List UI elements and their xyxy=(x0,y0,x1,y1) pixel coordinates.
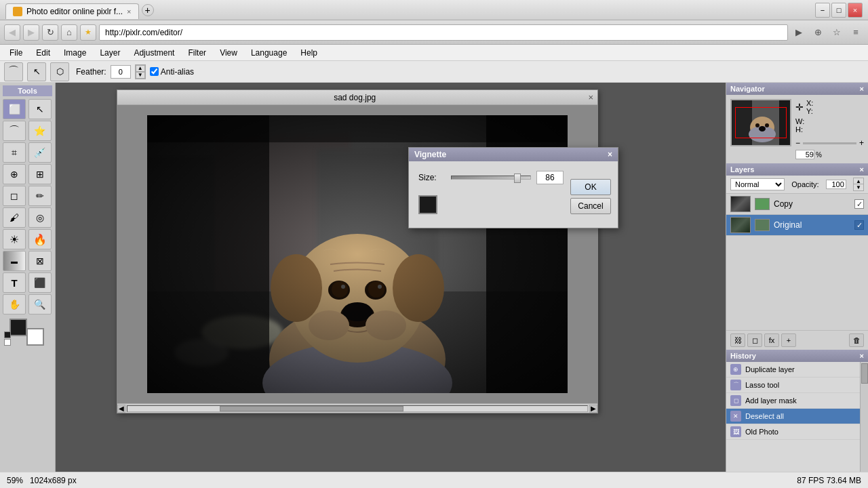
menu-help[interactable]: Help xyxy=(294,47,324,59)
nav-tools-btn[interactable]: ≡ xyxy=(848,24,864,41)
dialog-close-btn[interactable]: × xyxy=(608,150,612,159)
nav-extra-2[interactable]: ⊕ xyxy=(810,24,826,41)
crop-tool[interactable]: ⌗ xyxy=(3,142,26,163)
marquee-tool[interactable]: ⬜ xyxy=(3,99,26,119)
lasso-tool[interactable]: ⌒ xyxy=(3,121,26,141)
feather-spin-down[interactable]: ▼ xyxy=(136,72,145,79)
fill-tool[interactable]: ⊠ xyxy=(28,251,52,271)
history-item-0[interactable]: ⊕ Duplicate layer xyxy=(726,362,868,378)
layer-delete-btn[interactable]: 🗑 xyxy=(849,333,864,347)
browser-tab[interactable]: Photo editor online pixlr f... × xyxy=(5,3,139,19)
opacity-spin-down[interactable]: ▼ xyxy=(854,184,863,190)
history-item-2[interactable]: ◻ Add layer mask xyxy=(726,393,868,409)
blur-tool[interactable]: ◎ xyxy=(28,207,52,228)
bookmark-star[interactable]: ★ xyxy=(80,24,96,41)
antialias-check[interactable]: Anti-alias xyxy=(150,67,194,77)
nav-extra-3[interactable]: ☆ xyxy=(829,24,845,41)
menu-layer[interactable]: Layer xyxy=(93,47,127,59)
layer-mask-original xyxy=(755,219,770,231)
home-button[interactable]: ⌂ xyxy=(61,24,77,41)
address-bar[interactable] xyxy=(99,24,788,41)
pencil-tool[interactable]: ✏ xyxy=(28,186,52,206)
vignette-color-preview[interactable] xyxy=(418,195,437,214)
maximize-button[interactable]: □ xyxy=(831,3,846,18)
feather-input[interactable] xyxy=(111,65,131,79)
text-tool[interactable]: T xyxy=(3,272,26,293)
new-tab-button[interactable]: + xyxy=(142,4,154,16)
opacity-input[interactable] xyxy=(826,180,846,189)
dodge-tool[interactable]: ☀ xyxy=(3,229,26,249)
zoom-slider[interactable] xyxy=(803,142,856,144)
history-close-btn[interactable]: × xyxy=(860,352,864,360)
menu-view[interactable]: View xyxy=(213,47,244,59)
eyedropper-tool[interactable]: 💉 xyxy=(28,142,52,163)
feather-spin-up[interactable]: ▲ xyxy=(136,65,145,72)
layer-new-btn[interactable]: + xyxy=(781,333,796,347)
magic-wand-tool[interactable]: ⭐ xyxy=(28,121,52,141)
nav-extra-1[interactable]: ▶ xyxy=(791,24,807,41)
forward-button[interactable]: ▶ xyxy=(23,24,39,41)
scroll-thumb-h[interactable] xyxy=(220,406,403,411)
history-scroll-thumb[interactable] xyxy=(861,363,868,384)
shape-tool[interactable]: ⬛ xyxy=(28,272,52,293)
tab-close-btn[interactable]: × xyxy=(127,7,131,16)
menu-edit[interactable]: Edit xyxy=(29,47,57,59)
burn-tool[interactable]: 🔥 xyxy=(28,229,52,249)
cancel-button[interactable]: Cancel xyxy=(570,198,611,214)
history-scrollbar[interactable] xyxy=(860,362,868,472)
layer-visibility-original[interactable]: ✓ xyxy=(854,220,864,230)
lasso-tool-btn[interactable]: ⌒ xyxy=(4,62,23,81)
zoom-value-input[interactable] xyxy=(795,150,814,159)
scroll-track-h[interactable] xyxy=(127,405,588,412)
eraser-tool[interactable]: ◻ xyxy=(3,186,26,206)
menu-image[interactable]: Image xyxy=(57,47,93,59)
canvas-close-btn[interactable]: × xyxy=(588,92,593,102)
layer-item-original[interactable]: Original ✓ xyxy=(726,215,868,236)
layers-close-btn[interactable]: × xyxy=(860,165,864,174)
history-item-3[interactable]: ✕ Deselect all xyxy=(726,409,868,424)
scroll-right-btn[interactable]: ▶ xyxy=(589,405,597,413)
blend-mode-select[interactable]: Normal Multiply Screen Overlay xyxy=(730,178,785,190)
layer-item-copy[interactable]: Copy ✓ xyxy=(726,194,868,215)
small-black-swatch[interactable] xyxy=(4,331,11,338)
menu-language[interactable]: Language xyxy=(244,47,294,59)
brush-tool[interactable]: 🖌 xyxy=(3,207,26,228)
clone-tool[interactable]: ⊞ xyxy=(28,164,52,184)
zoom-tool[interactable]: 🔍 xyxy=(28,294,52,314)
layer-link-btn[interactable]: ⛓ xyxy=(730,333,745,347)
zoom-out-icon[interactable]: − xyxy=(795,138,800,148)
layer-mask-btn[interactable]: ◻ xyxy=(747,333,762,347)
opacity-spin-up[interactable]: ▲ xyxy=(854,178,863,184)
close-window-button[interactable]: × xyxy=(848,3,863,18)
back-button[interactable]: ◀ xyxy=(4,24,20,41)
scroll-left-btn[interactable]: ◀ xyxy=(117,405,125,413)
navigator-close-btn[interactable]: × xyxy=(860,85,864,93)
ok-button[interactable]: OK xyxy=(570,179,611,195)
foreground-color-swatch[interactable] xyxy=(9,319,27,336)
layer-visibility-copy[interactable]: ✓ xyxy=(854,199,864,209)
refresh-button[interactable]: ↻ xyxy=(42,24,58,41)
small-white-swatch[interactable] xyxy=(4,339,11,346)
canvas-scrollbar-horizontal[interactable]: ◀ ▶ xyxy=(117,403,597,413)
polygon-tool-btn[interactable]: ⬡ xyxy=(50,62,69,81)
move-tool[interactable]: ↖ xyxy=(28,99,52,119)
antialias-checkbox[interactable] xyxy=(150,67,159,76)
menu-adjustment[interactable]: Adjustment xyxy=(127,47,181,59)
history-item-1[interactable]: ⌒ Lasso tool xyxy=(726,378,868,393)
select-tool-btn[interactable]: ↖ xyxy=(27,62,46,81)
menu-file[interactable]: File xyxy=(3,47,29,59)
nav-preview-viewport-box xyxy=(735,107,787,138)
history-item-4[interactable]: 🖼 Old Photo xyxy=(726,424,868,440)
size-value-input[interactable] xyxy=(536,171,564,184)
zoom-in-icon[interactable]: + xyxy=(859,138,864,148)
nav-crosshair-icon[interactable]: ✛ xyxy=(795,102,804,113)
minimize-button[interactable]: − xyxy=(815,3,830,18)
layer-fx-btn[interactable]: fx xyxy=(764,333,779,347)
size-slider-track[interactable] xyxy=(451,176,531,180)
background-color-swatch[interactable] xyxy=(26,328,44,346)
gradient-tool[interactable]: ▬ xyxy=(3,251,26,271)
menu-filter[interactable]: Filter xyxy=(181,47,213,59)
pan-tool[interactable]: ✋ xyxy=(3,294,26,314)
size-slider-thumb[interactable] xyxy=(514,174,521,183)
heal-tool[interactable]: ⊕ xyxy=(3,164,26,184)
